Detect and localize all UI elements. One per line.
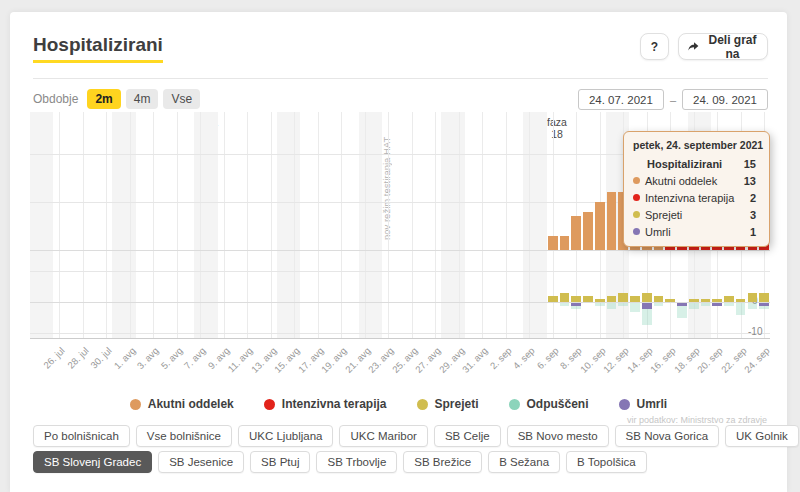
bar-sprejeti[interactable] xyxy=(583,296,593,302)
x-gridline xyxy=(294,112,295,338)
bar-odpusceni[interactable] xyxy=(560,303,570,306)
hospital-filter-ukc-maribor[interactable]: UKC Maribor xyxy=(339,425,427,447)
tooltip-series-label: Intenzivna terapija xyxy=(645,192,734,204)
bar-sprejeti[interactable] xyxy=(759,293,769,302)
x-axis-label: 6. sep xyxy=(510,345,560,395)
bar-akutni-oddelek[interactable] xyxy=(548,236,558,250)
tooltip-rows: Hospitalizirani15Akutni oddelek13Intenzi… xyxy=(633,155,760,240)
hospital-filter-ukc-ljubljana[interactable]: UKC Ljubljana xyxy=(238,425,334,447)
hospital-filter-b-topol-ica[interactable]: B Topolšica xyxy=(566,451,647,473)
bar-sprejeti[interactable] xyxy=(607,296,617,302)
bar-sprejeti[interactable] xyxy=(724,296,734,302)
bar-sprejeti[interactable] xyxy=(560,293,570,302)
x-axis-label: 15. avg xyxy=(252,345,302,395)
hospital-filter-vse-bolni-nice[interactable]: Vse bolnišnice xyxy=(136,425,232,447)
hospital-filter-sb-bre-ice[interactable]: SB Brežice xyxy=(403,451,482,473)
tooltip-row: Intenzivna terapija2 xyxy=(633,189,760,206)
bar-odpusceni[interactable] xyxy=(607,303,617,309)
legend-dot xyxy=(264,399,275,410)
share-icon xyxy=(687,40,700,53)
tooltip-series-value: 15 xyxy=(744,158,760,170)
hospital-filter-row-1: Po bolnišnicahVse bolnišniceUKC Ljubljan… xyxy=(33,425,800,447)
bar-akutni-oddelek[interactable] xyxy=(583,212,593,250)
tooltip-row: Akutni oddelek13 xyxy=(633,172,760,189)
period-option-4m[interactable]: 4m xyxy=(126,89,159,109)
bar-sprejeti[interactable] xyxy=(642,293,652,302)
date-to-input[interactable] xyxy=(682,89,768,110)
x-axis-label: 29. avg xyxy=(416,345,466,395)
x-gridline xyxy=(247,112,248,338)
help-button[interactable]: ? xyxy=(640,33,669,60)
bar-odpusceni[interactable] xyxy=(701,303,711,306)
hospital-filter-sb-nova-gorica[interactable]: SB Nova Gorica xyxy=(615,425,719,447)
bar-sprejeti[interactable] xyxy=(712,299,722,302)
bar-sprejeti[interactable] xyxy=(571,296,581,302)
hospital-filter-sb-ptuj[interactable]: SB Ptuj xyxy=(250,451,310,473)
bar-sprejeti[interactable] xyxy=(630,296,640,302)
weekend-band xyxy=(523,112,546,338)
legend-item[interactable]: Odpuščeni xyxy=(509,397,589,411)
bar-odpusceni[interactable] xyxy=(595,303,605,306)
bar-odpusceni[interactable] xyxy=(677,306,687,318)
tooltip-series-value: 1 xyxy=(750,226,760,238)
bar-akutni-oddelek[interactable] xyxy=(595,202,605,250)
bar-odpusceni[interactable] xyxy=(654,303,664,306)
bar-odpusceni[interactable] xyxy=(759,306,769,309)
date-from-input[interactable] xyxy=(578,89,664,110)
bar-odpusceni[interactable] xyxy=(618,303,628,306)
legend-item[interactable]: Sprejeti xyxy=(417,397,479,411)
period-option-vse[interactable]: Vse xyxy=(163,89,200,109)
bar-sprejeti[interactable] xyxy=(618,293,628,302)
bar-sprejeti[interactable] xyxy=(548,296,558,302)
x-gridline xyxy=(459,112,460,338)
x-axis-label: 22. sep xyxy=(698,345,748,395)
hospital-filter-sb-trbovlje[interactable]: SB Trbovlje xyxy=(316,451,397,473)
hospital-filter-sb-novo-mesto[interactable]: SB Novo mesto xyxy=(507,425,609,447)
bar-odpusceni[interactable] xyxy=(724,303,734,306)
bar-odpusceni[interactable] xyxy=(748,303,758,309)
x-axis-label: 27. avg xyxy=(393,345,443,395)
legend-dot xyxy=(619,399,630,410)
hospital-filter-b-se-ana[interactable]: B Sežana xyxy=(488,451,560,473)
bar-umrli[interactable] xyxy=(712,303,722,306)
legend-item[interactable]: Akutni oddelek xyxy=(130,397,234,411)
bar-sprejeti[interactable] xyxy=(736,299,746,302)
bar-akutni-oddelek[interactable] xyxy=(560,236,570,250)
chart-card: Hospitalizirani ? Deli graf na Obdobje 2… xyxy=(10,12,787,492)
x-gridline xyxy=(388,112,389,338)
x-axis-label: 3. avg xyxy=(111,345,161,395)
legend-dot xyxy=(417,399,428,410)
bar-sprejeti[interactable] xyxy=(689,299,699,302)
bar-sprejeti[interactable] xyxy=(701,299,711,302)
legend-dot xyxy=(130,399,141,410)
bar-odpusceni[interactable] xyxy=(642,309,652,325)
bar-odpusceni[interactable] xyxy=(571,306,581,309)
chart-legend: Akutni oddelekIntenzivna terapijaSprejet… xyxy=(10,397,787,411)
hospital-filter-uk-golnik[interactable]: UK Golnik xyxy=(725,425,799,447)
bar-akutni-oddelek[interactable] xyxy=(607,192,617,250)
bar-odpusceni[interactable] xyxy=(630,303,640,312)
bar-odpusceni[interactable] xyxy=(689,303,699,309)
bar-sprejeti[interactable] xyxy=(748,293,758,302)
tooltip-series-value: 2 xyxy=(750,192,760,204)
legend-item[interactable]: Umrli xyxy=(619,397,668,411)
bar-akutni-oddelek[interactable] xyxy=(571,216,581,250)
y-gridline-bottom xyxy=(30,271,770,272)
share-button[interactable]: Deli graf na xyxy=(678,33,768,60)
legend-label: Akutni oddelek xyxy=(148,397,234,411)
hospital-filter-sb-celje[interactable]: SB Celje xyxy=(434,425,501,447)
period-option-2m[interactable]: 2m xyxy=(87,89,120,109)
x-axis-label: 30. jul xyxy=(64,345,114,395)
bar-sprejeti[interactable] xyxy=(665,299,675,302)
legend-item[interactable]: Intenzivna terapija xyxy=(264,397,387,411)
tooltip-row: Hospitalizirani15 xyxy=(633,155,760,172)
bar-sprejeti[interactable] xyxy=(595,299,605,302)
hospital-filter-sb-jesenice[interactable]: SB Jesenice xyxy=(158,451,244,473)
x-axis-label: 12. sep xyxy=(581,345,631,395)
tooltip-series-dot xyxy=(633,211,640,218)
hospital-filter-po-bolni-nicah[interactable]: Po bolnišnicah xyxy=(33,425,130,447)
bar-odpusceni[interactable] xyxy=(736,303,746,315)
x-gridline xyxy=(482,112,483,338)
hospital-filter-sb-slovenj-gradec[interactable]: SB Slovenj Gradec xyxy=(33,451,152,473)
bar-sprejeti[interactable] xyxy=(654,296,664,302)
